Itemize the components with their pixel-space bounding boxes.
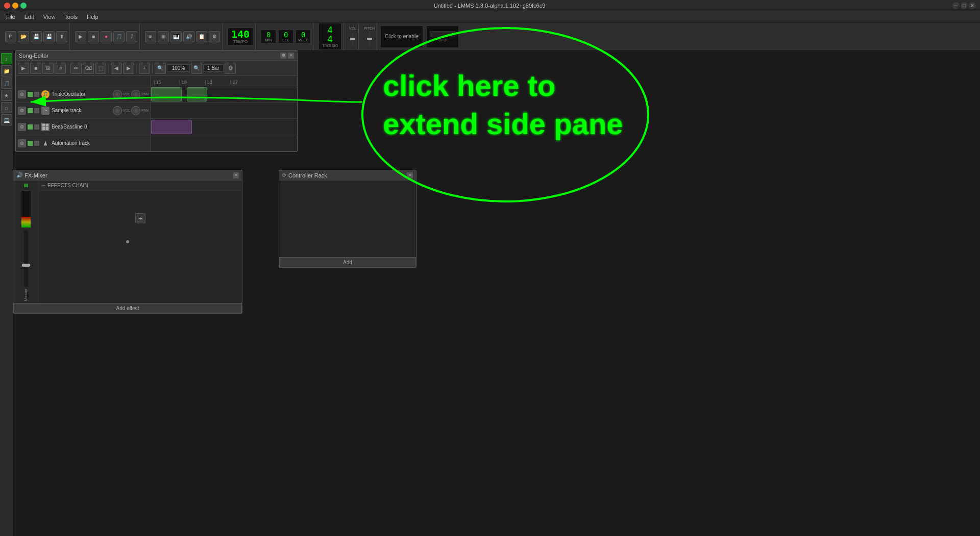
track-solo-button[interactable] xyxy=(34,108,39,113)
se-add-track-button[interactable]: + xyxy=(139,63,150,74)
add-automation-button[interactable]: ⤴ xyxy=(126,31,137,42)
fx-channel-label: Master xyxy=(23,289,28,301)
project-notes-button[interactable]: 📋 xyxy=(196,31,207,42)
timeline-ruler: | 15 | 19 | 23 | 27 xyxy=(151,76,297,86)
song-editor-settings-button[interactable]: ⚙ xyxy=(280,53,286,59)
fx-effects-content[interactable]: + xyxy=(39,191,241,303)
track-block[interactable] xyxy=(151,87,182,101)
controller-rack-button[interactable]: ⚙ xyxy=(209,31,220,42)
beat-editor-view-button[interactable]: ⊞ xyxy=(158,31,169,42)
se-draw-button[interactable]: ✏ xyxy=(70,63,82,74)
master-pitch-slider[interactable] xyxy=(369,31,371,46)
track-solo-button[interactable] xyxy=(34,141,39,146)
piano-roll-view-button[interactable]: 🎹 xyxy=(170,31,182,42)
menu-edit[interactable]: Edit xyxy=(20,13,38,21)
controller-rack-title-bar[interactable]: ⟳ Controller Rack ✕ xyxy=(279,170,416,181)
close-button[interactable]: ✕ xyxy=(969,2,976,9)
menu-help[interactable]: Help xyxy=(83,13,103,21)
export-button[interactable]: ⬆ xyxy=(56,31,67,42)
se-stop-button[interactable]: ■ xyxy=(30,63,41,74)
time-sec: 0 SEC xyxy=(278,30,293,43)
fx-mixer-title-bar[interactable]: 🔊 FX-Mixer ✕ xyxy=(13,170,242,181)
track-pan-knob[interactable] xyxy=(131,90,140,99)
fx-add-effect-button[interactable]: Add effect xyxy=(13,303,242,313)
track-settings-button[interactable]: ⚙ xyxy=(18,139,26,147)
time-msec-value: 0 xyxy=(298,31,308,38)
track-settings-button[interactable]: ⚙ xyxy=(18,90,26,98)
se-erase-button[interactable]: ⌫ xyxy=(83,63,94,74)
annotation-container: click here to extend side pane xyxy=(383,66,623,143)
track-volume-knob[interactable] xyxy=(113,90,122,99)
song-editor-timeline[interactable]: | 15 | 19 | 23 | 27 xyxy=(151,76,297,151)
instruments-plugin-button[interactable]: ♪ xyxy=(1,53,12,64)
menu-tools[interactable]: Tools xyxy=(60,13,82,21)
track-block[interactable] xyxy=(151,120,192,134)
fx-effects-minus: ─ xyxy=(42,183,45,188)
track-volume-knob[interactable] xyxy=(113,106,122,115)
track-timeline-row[interactable] xyxy=(151,103,297,119)
stop-button[interactable]: ■ xyxy=(88,31,99,42)
save-as-button[interactable]: 💾 xyxy=(43,31,55,42)
track-mute-button[interactable] xyxy=(28,108,33,113)
play-button[interactable]: ▶ xyxy=(75,31,86,42)
track-solo-button[interactable] xyxy=(34,124,39,130)
track-mute-button[interactable] xyxy=(28,92,33,97)
click-to-enable-button[interactable]: Click to enable xyxy=(380,25,423,48)
computer-button[interactable]: 💻 xyxy=(1,114,12,125)
se-prev-button[interactable]: ◀ xyxy=(111,63,122,74)
se-next-button[interactable]: ▶ xyxy=(123,63,134,74)
se-settings-btn[interactable]: ⚙ xyxy=(225,63,236,74)
track-settings-button[interactable]: ⚙ xyxy=(18,123,26,131)
track-mute-button[interactable] xyxy=(28,124,33,130)
save-project-button[interactable]: 💾 xyxy=(31,31,42,42)
se-sep3 xyxy=(136,63,137,73)
track-solo-button[interactable] xyxy=(34,92,39,97)
pan-label: PAN xyxy=(141,109,149,112)
track-timeline-row[interactable] xyxy=(151,135,297,151)
my-presets-button[interactable]: ★ xyxy=(1,90,12,101)
my-samples-button[interactable]: 🎵 xyxy=(1,78,12,89)
menu-view[interactable]: View xyxy=(39,13,60,21)
se-search-button[interactable]: 🔍 xyxy=(155,63,166,74)
open-project-button[interactable]: 📂 xyxy=(18,31,29,42)
track-settings-button[interactable]: ⚙ xyxy=(18,107,26,115)
fx-add-button[interactable]: + xyxy=(135,213,145,223)
se-zoom-btn[interactable]: 🔍 xyxy=(191,63,202,74)
maximize-button[interactable]: □ xyxy=(961,2,968,9)
track-timeline-row[interactable] xyxy=(151,86,297,103)
my-projects-button[interactable]: 📁 xyxy=(1,65,12,76)
controller-rack-close-button[interactable]: ✕ xyxy=(407,172,413,178)
toolbar-section-playback: ▶ ■ ● 🎵 ⤴ xyxy=(73,22,140,50)
fx-fader[interactable] xyxy=(24,230,28,286)
menu-file[interactable]: File xyxy=(2,13,19,21)
fx-mixer-close-button[interactable]: ✕ xyxy=(233,172,239,178)
song-editor-view-button[interactable]: ≡ xyxy=(145,31,156,42)
song-editor-title-bar[interactable]: Song-Editor ⚙ ✕ xyxy=(16,50,297,61)
fx-mixer-view-button[interactable]: 🔊 xyxy=(183,31,194,42)
minimize-button[interactable]: ─ xyxy=(952,2,960,9)
se-select-button[interactable]: ⬚ xyxy=(95,63,106,74)
track-pan-knob[interactable] xyxy=(131,106,140,115)
add-sample-track-button[interactable]: 🎵 xyxy=(113,31,125,42)
controller-rack-add-button[interactable]: Add xyxy=(279,257,416,267)
song-editor-close-button[interactable]: ✕ xyxy=(288,53,294,59)
homedir-button[interactable]: ⌂ xyxy=(1,102,12,113)
se-zoom-input[interactable]: 100% xyxy=(167,64,190,72)
track-block[interactable] xyxy=(187,87,207,101)
track-timeline-row[interactable] xyxy=(151,119,297,135)
se-play-button[interactable]: ▶ xyxy=(18,63,29,74)
time-sig-display[interactable]: 4 4 TIME SIG xyxy=(318,23,341,50)
tempo-display[interactable]: 140 TEMPO xyxy=(228,28,253,45)
se-record-button[interactable]: ⊞ xyxy=(42,63,54,74)
side-toolbar: ♪ 📁 🎵 ★ ⌂ 💻 xyxy=(0,51,13,536)
new-project-button[interactable]: 🗋 xyxy=(5,31,16,42)
track-vol-pan: VOL PAN xyxy=(113,90,149,99)
track-mute-button[interactable] xyxy=(28,141,33,146)
se-stutter-button[interactable]: ≋ xyxy=(55,63,66,74)
se-bar-input[interactable]: 1 Bar xyxy=(203,64,224,72)
master-volume-slider[interactable] xyxy=(352,31,354,46)
fx-channel-power[interactable] xyxy=(24,184,28,187)
record-button[interactable]: ● xyxy=(101,31,112,42)
time-min-value: 0 xyxy=(263,31,274,38)
fx-fader-thumb[interactable] xyxy=(22,264,30,267)
